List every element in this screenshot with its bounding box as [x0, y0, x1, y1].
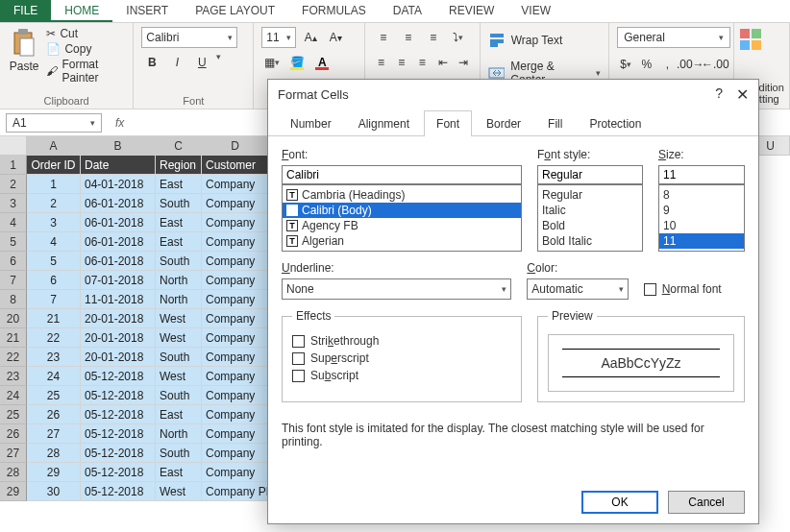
currency-button[interactable]: $▾ — [617, 54, 634, 75]
cell[interactable]: Company — [202, 309, 269, 328]
cell[interactable]: Company — [202, 213, 269, 232]
decrease-decimal-button[interactable]: ←.00 — [704, 54, 726, 75]
row-header[interactable]: 1 — [0, 156, 27, 175]
format-painter-button[interactable]: Format Painter — [46, 58, 125, 85]
dialog-tab-alignment[interactable]: Alignment — [346, 110, 422, 136]
cell[interactable]: Company — [202, 463, 269, 482]
cell[interactable]: 20-01-2018 — [81, 328, 156, 348]
cell[interactable]: 22 — [27, 328, 81, 348]
superscript-checkbox[interactable]: Superscript — [292, 351, 511, 365]
row-header[interactable]: 20 — [0, 309, 27, 328]
cell[interactable]: Company — [202, 405, 269, 424]
increase-decimal-button[interactable]: .00→ — [679, 54, 701, 75]
subscript-checkbox[interactable]: Subscript — [292, 369, 511, 382]
list-item[interactable]: Bold Italic — [538, 233, 642, 249]
row-header[interactable]: 29 — [0, 482, 27, 501]
cell[interactable]: West — [156, 367, 202, 386]
tab-data[interactable]: DATA — [380, 0, 435, 22]
cell[interactable]: Company — [202, 232, 269, 252]
list-item[interactable]: TCambria (Headings) — [283, 187, 521, 203]
increase-indent-button[interactable]: ⇥ — [455, 52, 471, 73]
cell[interactable]: Company PP — [202, 482, 269, 501]
close-icon[interactable]: ✕ — [736, 85, 749, 104]
tab-review[interactable]: REVIEW — [435, 0, 507, 22]
cell[interactable]: Company — [202, 328, 269, 348]
fx-icon[interactable]: fx — [108, 116, 132, 130]
col-header-D[interactable]: D — [202, 136, 269, 156]
cell[interactable]: 05-12-2018 — [81, 444, 156, 463]
cell[interactable]: East — [156, 463, 202, 482]
comma-button[interactable]: , — [659, 54, 677, 75]
dialog-tab-border[interactable]: Border — [474, 110, 533, 136]
cell[interactable]: 2 — [27, 194, 81, 213]
list-item[interactable]: Regular — [538, 187, 642, 203]
cell[interactable]: 04-01-2018 — [81, 175, 156, 194]
percent-button[interactable]: % — [638, 54, 655, 75]
row-header[interactable]: 7 — [0, 271, 27, 290]
bold-button[interactable]: B — [141, 52, 162, 73]
cell[interactable]: Order ID — [27, 156, 81, 175]
cell[interactable]: 21 — [27, 309, 81, 328]
font-color-button[interactable]: A — [311, 52, 333, 73]
cell[interactable]: North — [156, 271, 202, 290]
cell[interactable]: 1 — [27, 175, 81, 194]
cell[interactable]: Company — [202, 444, 269, 463]
cell[interactable]: Company — [202, 175, 269, 194]
list-item[interactable]: 11 — [659, 233, 744, 249]
cell[interactable]: Company — [202, 194, 269, 213]
italic-button[interactable]: I — [166, 52, 187, 73]
cell[interactable]: Region — [156, 156, 202, 175]
tab-view[interactable]: VIEW — [507, 0, 564, 22]
cell[interactable]: 05-12-2018 — [81, 482, 156, 501]
tab-file[interactable]: FILE — [0, 0, 51, 22]
cell[interactable]: 06-01-2018 — [81, 213, 156, 232]
list-item[interactable]: 10 — [659, 218, 744, 233]
cell[interactable]: Company — [202, 252, 269, 271]
row-header[interactable]: 28 — [0, 463, 27, 482]
dialog-tab-fill[interactable]: Fill — [535, 110, 575, 136]
cell[interactable]: 05-12-2018 — [81, 424, 156, 444]
tab-home[interactable]: HOME — [51, 0, 112, 22]
decrease-font-button[interactable]: A▾ — [325, 27, 346, 48]
cell[interactable]: South — [156, 386, 202, 405]
row-header[interactable]: 8 — [0, 290, 27, 309]
font-listbox[interactable]: TCambria (Headings)TCalibri (Body)TAgenc… — [282, 184, 522, 252]
cell[interactable]: East — [156, 213, 202, 232]
cell[interactable]: 29 — [27, 463, 81, 482]
row-header[interactable]: 5 — [0, 232, 27, 252]
font-style-input[interactable] — [537, 165, 643, 184]
list-item[interactable]: TAgency FB — [283, 218, 521, 233]
chevron-down-icon[interactable]: ▾ — [216, 52, 221, 73]
cell[interactable]: Company — [202, 271, 269, 290]
tab-insert[interactable]: INSERT — [112, 0, 182, 22]
list-item[interactable]: 12 — [659, 249, 744, 252]
cell[interactable]: Company — [202, 367, 269, 386]
cell[interactable]: East — [156, 405, 202, 424]
cell[interactable]: 6 — [27, 271, 81, 290]
row-header[interactable]: 2 — [0, 175, 27, 194]
row-header[interactable]: 24 — [0, 386, 27, 405]
cell[interactable]: West — [156, 482, 202, 501]
orientation-button[interactable]: ⤵▾ — [448, 27, 469, 48]
color-combo[interactable]: Automatic▾ — [527, 278, 628, 300]
cell[interactable]: 4 — [27, 232, 81, 252]
select-all-corner[interactable] — [0, 136, 27, 156]
cell[interactable]: 06-01-2018 — [81, 232, 156, 252]
name-box[interactable]: A1▾ — [6, 113, 102, 133]
cell[interactable]: 28 — [27, 444, 81, 463]
cell[interactable]: 3 — [27, 213, 81, 232]
font-size-combo[interactable]: 11▾ — [261, 27, 296, 48]
cell[interactable]: 05-12-2018 — [81, 367, 156, 386]
cell[interactable]: South — [156, 194, 202, 213]
list-item[interactable]: 8 — [659, 187, 744, 203]
row-header[interactable]: 27 — [0, 444, 27, 463]
align-middle-button[interactable]: ≡ — [398, 27, 419, 48]
row-header[interactable]: 3 — [0, 194, 27, 213]
cell[interactable]: 27 — [27, 424, 81, 444]
tab-formulas[interactable]: FORMULAS — [288, 0, 380, 22]
align-top-button[interactable]: ≡ — [373, 27, 394, 48]
font-name-input[interactable] — [282, 165, 522, 184]
cell[interactable]: West — [156, 309, 202, 328]
cell[interactable]: 05-12-2018 — [81, 386, 156, 405]
align-right-button[interactable]: ≡ — [414, 52, 431, 73]
